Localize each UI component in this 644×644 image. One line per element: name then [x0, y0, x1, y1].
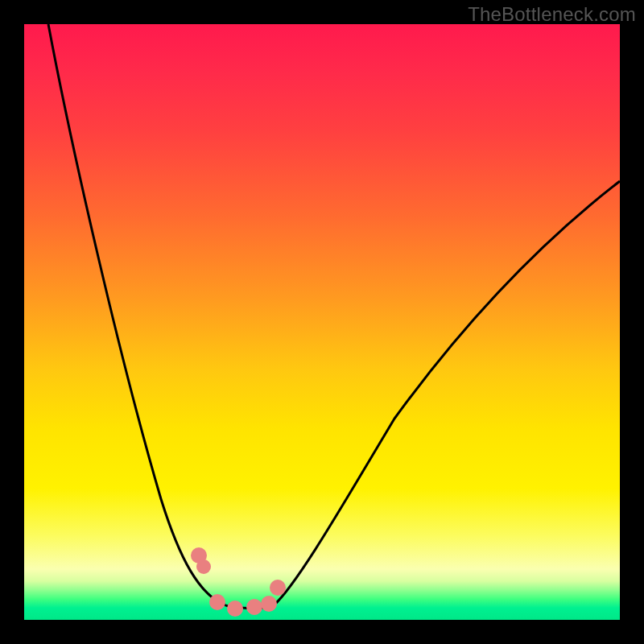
svg-point-1	[196, 559, 211, 574]
svg-point-4	[246, 599, 262, 615]
left-curve	[48, 24, 221, 604]
plot-area	[24, 24, 620, 620]
curve-overlay	[24, 24, 620, 620]
svg-point-2	[209, 594, 225, 610]
svg-point-6	[270, 580, 286, 596]
watermark-text: TheBottleneck.com	[468, 3, 636, 26]
right-curve	[274, 181, 620, 605]
pink-dots-group	[191, 547, 286, 617]
svg-point-5	[261, 596, 277, 612]
svg-point-3	[227, 601, 243, 617]
